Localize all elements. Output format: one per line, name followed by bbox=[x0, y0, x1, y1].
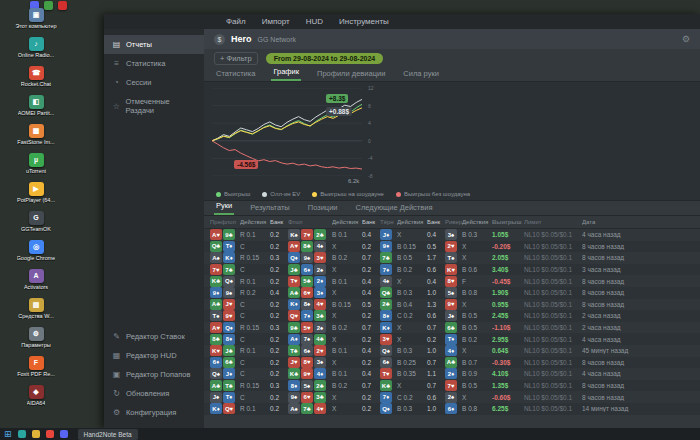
desktop-icon-9[interactable]: AActivators bbox=[4, 269, 68, 290]
add-filter-button[interactable]: + Фильтр bbox=[214, 52, 258, 65]
sidebar-item-Редактор Попапов[interactable]: ▣Редактор Попапов bbox=[104, 365, 204, 384]
chart-badge-pos: +8.3$ bbox=[326, 94, 348, 103]
pot-flop: 0.2 bbox=[362, 359, 380, 366]
start-button[interactable]: ⊞ bbox=[4, 428, 12, 440]
card-Kh: K♥ bbox=[445, 264, 457, 275]
sidebar-item-Редактор HUD[interactable]: ▦Редактор HUD bbox=[104, 346, 204, 365]
desktop-icon-10[interactable]: ▤Средства W... bbox=[4, 298, 68, 319]
tab-График[interactable]: График bbox=[271, 65, 301, 81]
menu-Инструменты[interactable]: Инструменты bbox=[339, 17, 389, 26]
turn-actions: B 0.3 bbox=[397, 289, 427, 296]
desktop-icon-4[interactable]: ▩FastStone Im... bbox=[4, 124, 68, 145]
tab-Профили девиации[interactable]: Профили девиации bbox=[315, 67, 387, 81]
sidebar-item-label: Отчеты bbox=[126, 40, 152, 49]
turn-card: 7♣ bbox=[380, 252, 397, 263]
card-2d: 2♦ bbox=[314, 276, 326, 287]
card-Qd: Q♦ bbox=[288, 252, 300, 263]
desktop-icon-7[interactable]: GGGTeamOK bbox=[4, 211, 68, 232]
legend-item-Выигрыш[interactable]: Выигрыш bbox=[216, 191, 250, 197]
card-2c: 2♣ bbox=[314, 229, 326, 240]
date-range-filter[interactable]: From 29-08-2024 to 29-08-2024 bbox=[266, 53, 384, 64]
legend-item-Выигрыш на шоудауне[interactable]: Выигрыш на шоудауне bbox=[312, 191, 384, 197]
hand-row-6[interactable]: A♣J♥C0.2K♦8♠4♥B 0.150.52♣B 0.41.39♥X0.95… bbox=[204, 299, 700, 311]
hand-row-10[interactable]: K♥J♣R 0.10.2T♣6♠2♥B 0.10.4Q♠B 0.31.04♦X0… bbox=[204, 345, 700, 357]
preflop-actions: R 0.1 bbox=[240, 347, 270, 354]
desktop-icon-1[interactable]: ♪Online Radio... bbox=[4, 37, 68, 58]
menu-Импорт[interactable]: Импорт bbox=[262, 17, 290, 26]
tab-Статистика[interactable]: Статистика bbox=[214, 67, 257, 81]
hands-tab-Позиции[interactable]: Позиции bbox=[306, 201, 340, 215]
hand-row-7[interactable]: T♠9♥C0.2Q♥7♦3♣X0.28♦C 0.20.6J♠B 0.52.45$… bbox=[204, 310, 700, 322]
desktop-icon-0[interactable]: ▣Этот компьютер bbox=[4, 8, 68, 29]
taskbar-app-hand2note[interactable]: Hand2Note Beta bbox=[78, 429, 138, 440]
hand-row-13[interactable]: A♣T♣R 0.150.38♦5♠2♣B 0.20.7K♣X0.77♥B 0.5… bbox=[204, 380, 700, 392]
sidebar-item-Редактор Ставок[interactable]: ✎Редактор Ставок bbox=[104, 327, 204, 346]
flop-actions: B 0.1 bbox=[332, 231, 362, 238]
hand-date: 8 часов назад bbox=[582, 359, 644, 366]
card-6s: 6♠ bbox=[301, 345, 313, 356]
legend-item-Олл-ин EV[interactable]: Олл-ин EV bbox=[262, 191, 300, 197]
hand-row-14[interactable]: J♠T♦C0.29♠6♥3♣X0.27♦C 0.20.62♠X-0.60$NL1… bbox=[204, 391, 700, 403]
pot-turn: 1.0 bbox=[427, 289, 445, 296]
menu-Файл[interactable]: Файл bbox=[226, 17, 246, 26]
desktop-icon-12[interactable]: FFoxit PDF Re... bbox=[4, 356, 68, 377]
legend-item-Выигрыш без шоудауна[interactable]: Выигрыш без шоудауна bbox=[396, 191, 470, 197]
card-9c: 9♣ bbox=[288, 322, 300, 333]
search-icon[interactable] bbox=[18, 430, 26, 438]
hands-table: ПрефлопДействияБанкФлопДействияБанкТёрнД… bbox=[204, 216, 700, 428]
sidebar-item-Обновления[interactable]: ↻Обновления bbox=[104, 384, 204, 403]
sidebar-item-Статистика[interactable]: ≡Статистика bbox=[104, 54, 204, 73]
hand-row-12[interactable]: Q♠J♦C0.2K♣9♥4♦B 0.10.4T♥B 0.351.12♦B 0.9… bbox=[204, 368, 700, 380]
card-5s: 5♠ bbox=[445, 287, 457, 298]
hand-row-1[interactable]: Q♣T♦C0.2A♥8♣4♠X0.29♦B 0.150.52♥X-0.20$NL… bbox=[204, 241, 700, 253]
preflop-actions: C bbox=[240, 370, 270, 377]
desktop-icon-6[interactable]: ▶PotPlayer (64... bbox=[4, 182, 68, 203]
tab-Сила руки[interactable]: Сила руки bbox=[401, 67, 441, 81]
hand-row-11[interactable]: 6♦6♣C0.2J♥8♥3♠X0.26♠B 0.250.7A♣B 0.7-0.3… bbox=[204, 357, 700, 369]
hand-row-15[interactable]: K♦Q♥R 0.10.2A♠7♣4♥X0.2Q♦B 0.31.06♦B 0.86… bbox=[204, 403, 700, 415]
hand-row-0[interactable]: A♥9♣R 0.10.2K♠7♥2♣B 0.10.4J♦X0.43♠B 0.31… bbox=[204, 229, 700, 241]
desktop-icon-3[interactable]: ◧AOMEI Partit... bbox=[4, 95, 68, 116]
menu-HUD[interactable]: HUD bbox=[306, 17, 323, 26]
sidebar-item-Конфигурация[interactable]: ⚙Конфигурация bbox=[104, 403, 204, 422]
chrome-icon[interactable] bbox=[46, 430, 54, 438]
hand-row-2[interactable]: A♠K♦R 0.150.3Q♦9♠3♥B 0.20.77♣B 0.51.7T♠X… bbox=[204, 252, 700, 264]
hands-tab-Результаты[interactable]: Результаты bbox=[248, 201, 292, 215]
desktop-icon-2[interactable]: ☎Rocket.Chat bbox=[4, 66, 68, 87]
settings-icon[interactable]: ⚙ bbox=[682, 34, 690, 44]
app-icon: ▤ bbox=[29, 298, 44, 312]
y-tick-label: -8 bbox=[368, 173, 372, 179]
win-amount: 0.64$ bbox=[492, 347, 524, 354]
card-Ts: T♠ bbox=[210, 310, 222, 321]
river-card: 8♥ bbox=[445, 276, 462, 287]
column-header: Действия bbox=[397, 219, 427, 225]
explorer-icon[interactable] bbox=[32, 430, 40, 438]
desktop-icon-5[interactable]: µuTorrent bbox=[4, 153, 68, 174]
sidebar-item-Сессии[interactable]: ◔Сессии bbox=[104, 73, 204, 92]
desktop-icon-label: GGTeamOK bbox=[21, 226, 51, 232]
desktop-icon-label: Средства W... bbox=[18, 313, 53, 319]
sidebar-item-Отчеты[interactable]: ▤Отчеты bbox=[104, 35, 204, 54]
river-card: 7♥ bbox=[445, 380, 462, 391]
hand-row-4[interactable]: K♣Q♠R 0.10.2T♥5♣2♦B 0.10.44♠X0.48♥F-0.45… bbox=[204, 275, 700, 287]
card-Ac: A♣ bbox=[445, 357, 457, 368]
sidebar-item-icon: ▤ bbox=[112, 40, 121, 49]
hand-row-9[interactable]: 8♣8♦C0.2A♦7♠4♣X0.23♥X0.2T♦B 0.22.95$NL10… bbox=[204, 333, 700, 345]
sidebar-item-Отмеченные Раздачи[interactable]: ☆Отмеченные Раздачи bbox=[104, 92, 204, 120]
app-icon: ⚙ bbox=[29, 327, 44, 341]
hands-tab-Следующие Действия[interactable]: Следующие Действия bbox=[354, 201, 435, 215]
card-8d: 8♦ bbox=[288, 380, 300, 391]
hands-tab-Руки[interactable]: Руки bbox=[214, 199, 234, 215]
discord-icon[interactable] bbox=[60, 430, 68, 438]
card-Ac: A♣ bbox=[288, 287, 300, 298]
desktop-icon-13[interactable]: ◈AIDA64 bbox=[4, 385, 68, 406]
preflop-actions: C bbox=[240, 359, 270, 366]
desktop-icon-11[interactable]: ⚙Параметры bbox=[4, 327, 68, 348]
hand-row-8[interactable]: A♥Q♦R 0.150.39♣5♥2♠B 0.20.7K♦X0.76♣B 0.5… bbox=[204, 322, 700, 334]
win-amount: 3.40$ bbox=[492, 266, 524, 273]
desktop-icon-8[interactable]: ◎Google Chrome bbox=[4, 240, 68, 261]
hand-row-5[interactable]: 9♦9♠R 0.20.4A♣6♥3♦X0.4Q♣B 0.31.05♠B 0.81… bbox=[204, 287, 700, 299]
hand-date: 4 часа назад bbox=[582, 336, 644, 343]
sidebar-item-label: Статистика bbox=[126, 59, 165, 68]
hand-row-3[interactable]: 7♥7♣C0.2J♣6♦2♠X0.27♦B 0.20.6K♥B 0.63.40$… bbox=[204, 264, 700, 276]
